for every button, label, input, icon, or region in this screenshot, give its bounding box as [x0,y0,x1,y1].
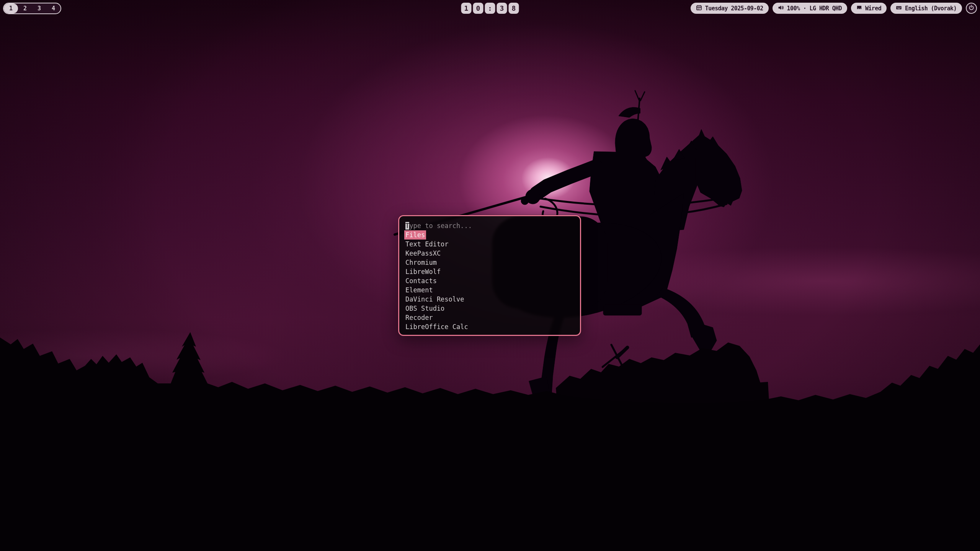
app-launcher-dialog: Type to search... Files Text Editor KeeP… [398,215,581,336]
workspace-switcher[interactable]: 1 2 3 4 [3,3,61,14]
launcher-item-libreoffice-calc[interactable]: LibreOffice Calc [405,322,574,331]
volume-pill[interactable]: 100% · LG HDR QHD [773,3,847,14]
workspace-1[interactable]: 1 [4,3,18,13]
network-pill[interactable]: Wired [851,3,887,14]
launcher-item-files[interactable]: Files [405,230,574,240]
search-input[interactable]: Type to search... [405,221,574,230]
date-label: Tuesday 2025-09-02 [705,5,763,12]
launcher-item-text-editor[interactable]: Text Editor [405,240,574,249]
clock-widget: 1 0 : 3 8 [461,3,519,14]
keyboard-layout-label: English (Dvorak) [905,5,957,12]
status-area: Tuesday 2025-09-02 100% · LG HDR QHD Wir… [691,3,977,14]
top-bar: 1 2 3 4 1 0 : 3 8 Tuesday 2025-09-02 [0,0,980,17]
volume-label: 100% · LG HDR QHD [787,5,842,12]
workspace-4[interactable]: 4 [46,3,60,13]
launcher-item-chromium[interactable]: Chromium [405,258,574,267]
workspace-3[interactable]: 3 [32,3,46,13]
keyboard-icon [896,5,902,12]
keyboard-layout-pill[interactable]: English (Dvorak) [890,3,962,14]
text-cursor: T [405,222,409,230]
launcher-item-recoder[interactable]: Recoder [405,313,574,322]
desktop: 1 2 3 4 1 0 : 3 8 Tuesday 2025-09-02 [0,0,980,551]
launcher-item-davinci-resolve[interactable]: DaVinci Resolve [405,295,574,304]
clock-tile: 8 [509,3,519,14]
clock-tile: 0 [473,3,483,14]
launcher-item-obs-studio[interactable]: OBS Studio [405,304,574,313]
power-icon [969,5,974,12]
network-label: Wired [865,5,881,12]
ethernet-icon [856,5,862,12]
clock-tile: 1 [461,3,472,14]
launcher-item-keepassxc[interactable]: KeePassXC [405,249,574,258]
calendar-icon [696,5,702,12]
launcher-item-element[interactable]: Element [405,285,574,295]
launcher-item-librewolf[interactable]: LibreWolf [405,267,574,276]
clock-tile: 3 [497,3,507,14]
workspace-2[interactable]: 2 [18,3,32,13]
horse-head-silhouette [695,129,742,207]
launcher-item-contacts[interactable]: Contacts [405,276,574,285]
date-pill[interactable]: Tuesday 2025-09-02 [691,3,769,14]
power-button[interactable] [966,3,977,14]
speaker-icon [778,5,784,12]
search-placeholder: ype to search... [409,222,472,230]
treeline-silhouette [0,332,980,551]
selected-item-highlight: Files [404,230,426,240]
clock-tile: : [485,3,495,14]
